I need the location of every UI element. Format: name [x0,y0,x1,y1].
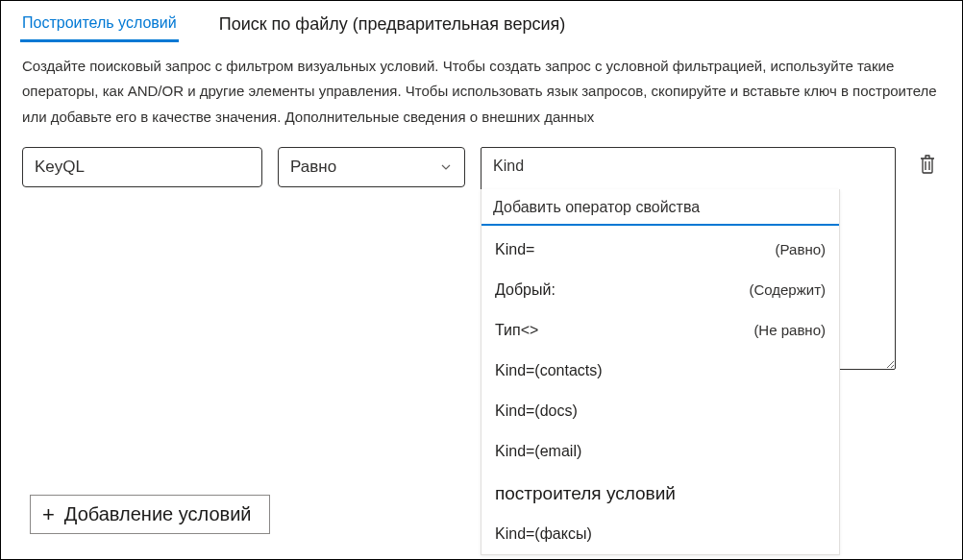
key-field-value: KeyQL [35,158,85,177]
tab-file-search[interactable]: Поиск по файлу (предварительная версия) [217,5,568,42]
property-operator-dropdown: Добавить оператор свойства Kind= (Равно)… [481,189,840,555]
dropdown-item[interactable]: Kind=(факсы) [482,514,839,554]
dropdown-item-label: Тип<> [495,322,538,339]
dropdown-item[interactable]: Kind=(docs) [482,391,839,431]
dropdown-item-label: Kind=(email) [495,443,581,460]
dropdown-item[interactable]: Kind=(email) [482,431,839,472]
description-text: Создайте поисковый запрос с фильтром виз… [1,42,962,130]
dropdown-item[interactable]: Kind= (Равно) [482,230,839,270]
add-condition-button[interactable]: + Добавление условий [30,495,270,534]
dropdown-item[interactable]: Добрый: (Содержит) [482,270,839,310]
condition-row: KeyQL Равно Добавить оператор свойства K… [1,130,962,373]
chevron-down-icon [439,160,453,174]
dropdown-list: Kind= (Равно) Добрый: (Содержит) Тип<> (… [482,226,839,554]
add-condition-row: + Добавление условий [30,495,270,534]
delete-condition-button[interactable] [914,153,941,180]
trash-icon [918,154,937,178]
dropdown-item-hint: (Равно) [776,241,826,257]
value-area: Добавить оператор свойства Kind= (Равно)… [481,147,895,373]
dropdown-item-label: Kind= [495,241,534,258]
dropdown-item-label: Kind=(факсы) [495,525,592,543]
tabs-container: Построитель условий Поиск по файлу (пред… [1,1,962,42]
dropdown-section-label: построителя условий [482,472,839,514]
add-condition-label: Добавление условий [64,503,252,525]
dropdown-item-label: Kind=(docs) [495,402,578,420]
dropdown-item-hint: (Не равно) [753,322,826,338]
operator-field[interactable]: Равно [278,147,465,187]
dropdown-header: Добавить оператор свойства [482,189,839,226]
plus-icon: + [42,504,55,525]
dropdown-item-label: Добрый: [495,281,556,299]
dropdown-item-label: Kind=(contacts) [495,362,603,379]
key-field[interactable]: KeyQL [22,147,262,187]
operator-field-value: Равно [290,158,336,177]
dropdown-item[interactable]: Kind=(contacts) [482,351,839,391]
dropdown-item-hint: (Содержит) [749,281,826,298]
tab-condition-builder[interactable]: Построитель условий [20,5,179,42]
dropdown-item[interactable]: Тип<> (Не равно) [482,310,839,351]
